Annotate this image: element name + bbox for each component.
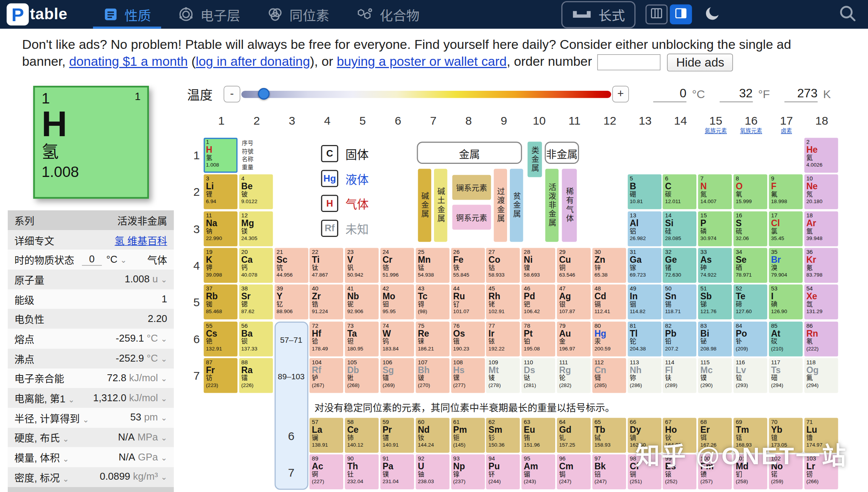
element-Ts[interactable]: 117Ts鿬(294) bbox=[769, 358, 803, 393]
element-Se[interactable]: 34Se硒78.971 bbox=[733, 248, 767, 283]
chevron-down-icon[interactable]: ⌄ bbox=[161, 335, 167, 344]
element-Rn[interactable]: 86Rn氡(222) bbox=[804, 321, 838, 356]
chevron-down-icon[interactable]: ⌄ bbox=[161, 414, 167, 422]
period-1[interactable]: 1 bbox=[185, 138, 200, 173]
element-Pt[interactable]: 78Pt铂195.08 bbox=[522, 321, 556, 356]
element-Eu[interactable]: 63Eu铕151.96 bbox=[522, 418, 556, 453]
property-row-9[interactable]: 电离能, 第1⌄1,312.0kJ/mol⌄ bbox=[8, 388, 174, 408]
property-row-12[interactable]: 模量, 体积⌄N/AGPa⌄ bbox=[8, 447, 174, 467]
element-Bh[interactable]: 107Bh𬭛(270) bbox=[416, 358, 449, 393]
element-Ge[interactable]: 32Ge锗72.630 bbox=[663, 248, 697, 283]
element-Li[interactable]: 3Li锂6.94 bbox=[204, 175, 237, 210]
element-Po[interactable]: 84Po钋(209) bbox=[733, 321, 767, 356]
login-link[interactable]: log in after donating bbox=[196, 54, 310, 68]
tab-properties[interactable]: 性质 bbox=[90, 0, 164, 29]
period-7[interactable]: 7 bbox=[185, 358, 200, 393]
element-Sr[interactable]: 38Sr锶87.62 bbox=[239, 285, 273, 320]
element-Nh[interactable]: 113Nh鿭(286) bbox=[628, 358, 661, 393]
lanthanide-range-cell[interactable]: 57–71 bbox=[275, 322, 307, 357]
search-button[interactable] bbox=[838, 4, 857, 25]
element-At[interactable]: 85At砹(210) bbox=[769, 321, 803, 356]
group-family-link[interactable]: 卤素 bbox=[769, 128, 804, 134]
order-number-input[interactable] bbox=[598, 54, 661, 70]
chevron-down-icon[interactable]: ⌄ bbox=[63, 435, 69, 444]
element-Nb[interactable]: 41Nb铌92.906 bbox=[345, 285, 379, 320]
element-Ar[interactable]: 18Ar氩39.948 bbox=[804, 211, 838, 246]
group-11[interactable]: 11 bbox=[557, 113, 592, 134]
element-Kr[interactable]: 36Kr氪83.798 bbox=[804, 248, 838, 283]
element-Pr[interactable]: 59Pr镨140.91 bbox=[380, 418, 414, 453]
element-Np[interactable]: 93Np镎(237) bbox=[451, 455, 485, 490]
element-V[interactable]: 23V钒50.942 bbox=[345, 248, 379, 283]
element-Fr[interactable]: 87Fr钫(223) bbox=[204, 358, 237, 393]
element-Co[interactable]: 27Co钴58.933 bbox=[486, 248, 520, 283]
element-Db[interactable]: 105Db𬭊(268) bbox=[345, 358, 379, 393]
property-row-10[interactable]: 半径, 计算得到⌄53pm⌄ bbox=[8, 408, 174, 427]
element-Na[interactable]: 11Na钠22.990 bbox=[204, 211, 237, 246]
group-17[interactable]: 17卤素 bbox=[769, 113, 804, 134]
element-Xe[interactable]: 54Xe氙131.29 bbox=[804, 285, 838, 320]
property-row-13[interactable]: 密度, 标况⌄0.0899kg/m³⌄ bbox=[8, 467, 174, 487]
temperature-plus-button[interactable]: + bbox=[612, 86, 629, 102]
element-C[interactable]: 6C碳12.011 bbox=[663, 175, 697, 210]
tab-electron-shells[interactable]: 电子层 bbox=[164, 0, 254, 29]
property-row-2[interactable]: 时的物质状态0°C⌄气体 bbox=[8, 250, 174, 269]
element-Rh[interactable]: 45Rh铑102.91 bbox=[486, 285, 520, 320]
element-W[interactable]: 74W钨183.84 bbox=[380, 321, 414, 356]
element-Cs[interactable]: 55Cs铯132.91 bbox=[204, 321, 237, 356]
element-Ne[interactable]: 10Ne氖20.180 bbox=[804, 175, 838, 210]
group-6[interactable]: 6 bbox=[380, 113, 416, 134]
property-row-7[interactable]: 沸点-252.9°C⌄ bbox=[8, 349, 174, 368]
element-Rb[interactable]: 37Rb铷85.468 bbox=[204, 285, 237, 320]
element-Sc[interactable]: 21Sc钪44.956 bbox=[274, 248, 308, 283]
property-row-6[interactable]: 熔点-259.1°C⌄ bbox=[8, 329, 174, 349]
group-7[interactable]: 7 bbox=[416, 113, 451, 134]
group-3[interactable]: 3 bbox=[274, 113, 310, 134]
element-Sm[interactable]: 62Sm钐150.36 bbox=[486, 418, 520, 453]
chevron-down-icon[interactable]: ⌄ bbox=[68, 395, 75, 404]
legend-poor-metal[interactable]: 贫金属 bbox=[510, 169, 523, 242]
element-La[interactable]: 57La镧138.91 bbox=[310, 418, 344, 453]
group-18[interactable]: 18 bbox=[804, 113, 840, 134]
element-Tc[interactable]: 43Tc锝(98) bbox=[416, 285, 449, 320]
hide-ads-button[interactable]: Hide ads bbox=[667, 53, 733, 71]
poster-link[interactable]: buying a poster or wallet card bbox=[337, 54, 507, 68]
element-Si[interactable]: 14Si硅28.085 bbox=[663, 211, 697, 246]
element-Ta[interactable]: 73Ta钽180.95 bbox=[345, 321, 379, 356]
element-Ti[interactable]: 22Ti钛47.867 bbox=[310, 248, 344, 283]
element-Pb[interactable]: 82Pb铅207.2 bbox=[663, 321, 697, 356]
group-16[interactable]: 16氧族元素 bbox=[733, 113, 769, 134]
property-row-8[interactable]: 电子亲合能72.8kJ/mol⌄ bbox=[8, 369, 174, 388]
element-Fe[interactable]: 26Fe铁55.845 bbox=[451, 248, 485, 283]
element-Tb[interactable]: 65Tb铽158.93 bbox=[592, 418, 626, 453]
element-Pd[interactable]: 46Pd钯106.42 bbox=[522, 285, 556, 320]
element-Am[interactable]: 95Am镅(243) bbox=[522, 455, 556, 490]
property-row-3[interactable]: 原子量1.008u⌄ bbox=[8, 270, 174, 289]
property-row-1[interactable]: 详细专文氢 维基百科 bbox=[8, 230, 174, 250]
element-Cn[interactable]: 112Cn鿔(285) bbox=[592, 358, 626, 393]
chevron-down-icon[interactable]: ⌄ bbox=[161, 433, 167, 442]
element-Ru[interactable]: 44Ru钌101.07 bbox=[451, 285, 485, 320]
element-O[interactable]: 8O氧15.999 bbox=[733, 175, 767, 210]
legend-alkaline-earth-metal[interactable]: 碱土金属 bbox=[434, 169, 447, 242]
element-Mg[interactable]: 12Mg镁24.305 bbox=[239, 211, 273, 246]
group-5[interactable]: 5 bbox=[345, 113, 381, 134]
element-Te[interactable]: 52Te碲127.60 bbox=[733, 285, 767, 320]
group-9[interactable]: 9 bbox=[486, 113, 522, 134]
temperature-thumb[interactable] bbox=[258, 88, 269, 100]
period-3[interactable]: 3 bbox=[185, 211, 200, 246]
legend-noble-gas[interactable]: 稀有气体 bbox=[562, 169, 577, 242]
ptable-logo[interactable]: P table bbox=[7, 3, 67, 26]
element-S[interactable]: 16S硫32.06 bbox=[733, 211, 767, 246]
chevron-down-icon[interactable]: ⌄ bbox=[161, 453, 167, 462]
element-Sn[interactable]: 50Sn锡118.71 bbox=[663, 285, 697, 320]
group-family-link[interactable]: 氧族元素 bbox=[733, 128, 769, 134]
group-4[interactable]: 4 bbox=[310, 113, 345, 134]
element-Mc[interactable]: 115Mc镆(290) bbox=[698, 358, 732, 393]
element-Ce[interactable]: 58Ce铈140.12 bbox=[345, 418, 379, 453]
chevron-down-icon[interactable]: ⌄ bbox=[63, 454, 69, 463]
group-13[interactable]: 13 bbox=[628, 113, 663, 134]
element-Hs[interactable]: 108Hs𬭶(277) bbox=[451, 358, 485, 393]
element-I[interactable]: 53I碘126.90 bbox=[769, 285, 803, 320]
element-Ac[interactable]: 89Ac锕(227) bbox=[310, 455, 344, 490]
